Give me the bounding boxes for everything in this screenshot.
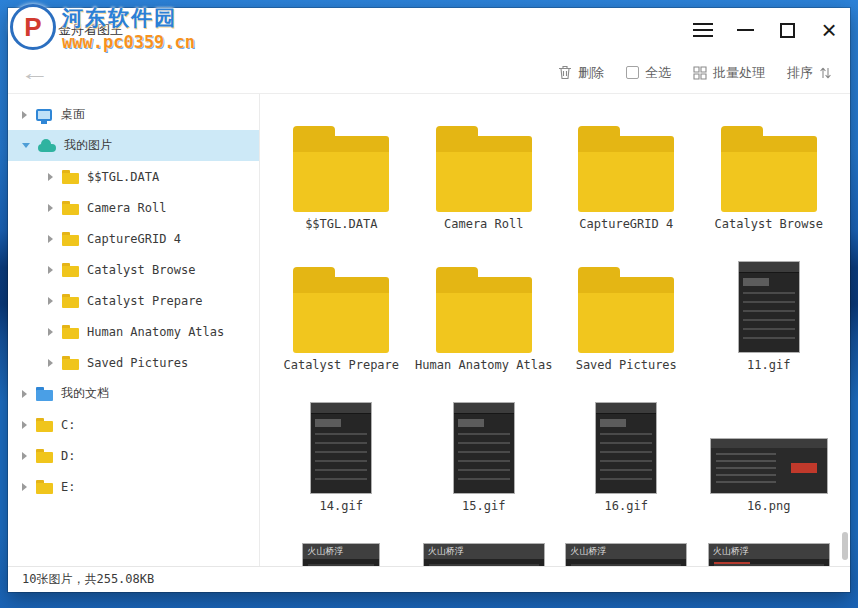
chevron-right-icon[interactable] [48,235,53,243]
sidebar-item-camera-roll[interactable]: Camera Roll [8,192,259,223]
menu-button[interactable] [682,8,724,52]
thumbnail-detail [743,278,769,286]
chevron-right-icon[interactable] [48,266,53,274]
grid-item[interactable]: 16.gif [555,382,698,523]
close-button[interactable]: × [808,8,850,52]
folder-blue-icon [36,387,53,401]
grid-item[interactable]: 火山桥浮 [555,523,698,566]
thumbnail-detail [454,403,514,414]
grid-item-label: CaptureGRID 4 [579,217,673,232]
scrollbar-thumb[interactable] [842,532,848,560]
chevron-right-icon[interactable] [22,421,27,429]
grid-item[interactable]: 16.png [698,382,841,523]
vertical-scrollbar[interactable] [840,98,848,562]
chevron-right-icon[interactable] [48,173,53,181]
back-button[interactable]: ← [20,60,50,86]
sort-button[interactable]: 排序 [787,64,832,82]
trash-icon [558,65,572,80]
grid-item-label: 11.gif [747,358,790,373]
chevron-right-icon[interactable] [22,452,27,460]
toolbar-actions: 删除 全选 批量处理 排序 [558,64,850,82]
grid-item[interactable]: 14.gif [270,382,413,523]
thumbnail-title-text: 火山桥浮 [303,544,379,559]
folder-icon [578,267,674,353]
folder-icon [36,480,53,494]
folder-icon [436,126,532,212]
maximize-icon [780,23,795,38]
sidebar-item-label: Catalyst Browse [87,263,195,277]
thumbnail-detail [714,564,824,566]
batch-process-label: 批量处理 [713,64,765,82]
chevron-right-icon[interactable] [48,359,53,367]
sidebar-item-label: E: [61,480,75,494]
title-bar: 金舟看图王 × [8,8,850,52]
chevron-right-icon[interactable] [22,390,27,398]
batch-process-button[interactable]: 批量处理 [693,64,765,82]
sidebar-item-drive-c[interactable]: C: [8,409,259,440]
grid-item[interactable]: Catalyst Browse [698,100,841,241]
sidebar-item-saved-pictures[interactable]: Saved Pictures [8,347,259,378]
folder-icon [62,294,79,308]
sidebar-item-capturegrid4[interactable]: CaptureGRID 4 [8,223,259,254]
grid-item[interactable]: $$TGL.DATA [270,100,413,241]
maximize-button[interactable] [766,8,808,52]
status-bar: 10张图片，共255.08KB [8,566,850,592]
folder-icon [293,126,389,212]
sidebar-item-label: Human Anatomy Atlas [87,325,224,339]
grid-item[interactable]: Camera Roll [413,100,556,241]
sidebar-item-human-anatomy-atlas[interactable]: Human Anatomy Atlas [8,316,259,347]
grid-item[interactable]: 15.gif [413,382,556,523]
chevron-right-icon[interactable] [48,204,53,212]
thumbnail-detail [429,564,539,566]
folder-icon [436,267,532,353]
image-thumbnail [738,261,800,353]
chevron-right-icon[interactable] [22,483,27,491]
grid-item[interactable]: 火山桥浮 [698,523,841,566]
select-all-checkbox[interactable] [626,66,639,79]
grid-item[interactable]: CaptureGRID 4 [555,100,698,241]
folder-icon [578,126,674,212]
sidebar-item-my-pictures[interactable]: 我的图片 [8,130,259,161]
chevron-right-icon[interactable] [48,297,53,305]
minimize-button[interactable] [724,8,766,52]
delete-button[interactable]: 删除 [558,64,604,82]
grid-item[interactable]: Catalyst Prepare [270,241,413,382]
status-text: 10张图片，共255.08KB [22,571,154,588]
chevron-down-icon[interactable] [22,143,30,148]
chevron-right-icon[interactable] [48,328,53,336]
app-window: 金舟看图王 × ← 删除 全选 批量 [8,8,850,592]
grid-item[interactable]: 11.gif [698,241,841,382]
chevron-right-icon[interactable] [22,111,27,119]
image-thumbnail [453,402,515,494]
sidebar-item-label: Catalyst Prepare [87,294,203,308]
sidebar-item-catalyst-browse[interactable]: Catalyst Browse [8,254,259,285]
grid-item-label: Human Anatomy Atlas [415,358,552,373]
thumbnail-detail [571,564,681,566]
sidebar-item-desktop[interactable]: 桌面 [8,99,259,130]
folder-icon [62,356,79,370]
toolbar: ← 删除 全选 批量处理 排序 [8,52,850,94]
sidebar-item-drive-e[interactable]: E: [8,471,259,502]
thumbnail-detail [600,419,626,427]
grid-item-label: Catalyst Browse [715,217,823,232]
sidebar-item-tgl-data[interactable]: $$TGL.DATA [8,161,259,192]
folder-icon [36,449,53,463]
sidebar-item-drive-d[interactable]: D: [8,440,259,471]
sidebar-item-my-documents[interactable]: 我的文档 [8,378,259,409]
folder-icon [62,263,79,277]
sidebar-item-catalyst-prepare[interactable]: Catalyst Prepare [8,285,259,316]
grid-item-label: Saved Pictures [576,358,677,373]
image-thumbnail: 火山桥浮 [565,543,687,566]
sort-label: 排序 [787,64,813,82]
grid-item[interactable]: 火山桥浮 [413,523,556,566]
grid-item[interactable]: 火山桥浮 [270,523,413,566]
hamburger-icon [693,29,713,31]
select-all-control[interactable]: 全选 [626,64,671,82]
file-grid: $$TGL.DATA Camera Roll CaptureGRID 4 Cat… [260,94,850,566]
thumbnail-detail [458,419,484,427]
grid-item[interactable]: Saved Pictures [555,241,698,382]
thumbnail-detail [315,419,341,427]
grid-item[interactable]: Human Anatomy Atlas [413,241,556,382]
grid-item-label: 16.png [747,499,790,514]
sidebar-item-label: D: [61,449,75,463]
